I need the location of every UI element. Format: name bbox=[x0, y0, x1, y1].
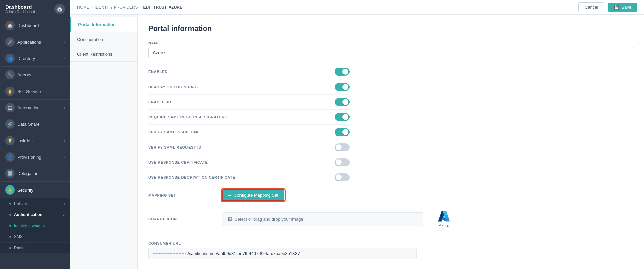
sidebar-label-automation: Automation bbox=[17, 105, 40, 110]
chevron-icon: ‹ bbox=[64, 139, 65, 143]
subnav-label-sms: SMS bbox=[14, 234, 23, 239]
dot-active-icon bbox=[9, 225, 11, 227]
chevron-down-icon: ⌄ bbox=[62, 213, 65, 217]
upload-label: Select or drag and drop your image bbox=[235, 217, 303, 222]
breadcrumb-sep-1: › bbox=[91, 5, 93, 10]
home-icon: 🏠 bbox=[5, 21, 15, 30]
toggle-label-saml-issue: VERIFY SAML ISSUE TIME bbox=[148, 130, 200, 134]
sidebar-item-datashare[interactable]: 🔗 Data Share bbox=[0, 116, 70, 132]
rocket-icon: 🚀 bbox=[5, 37, 15, 47]
breadcrumb-identity-providers[interactable]: IDENTITY PROVIDERS bbox=[95, 5, 138, 10]
security-subnav: Policies ‹ Authentication ⌄ Identity pro… bbox=[0, 198, 70, 254]
tab-client-restrictions[interactable]: Client Restrictions bbox=[70, 47, 137, 62]
save-icon: 💾 bbox=[614, 5, 619, 10]
security-icon: 🔒 bbox=[5, 185, 15, 195]
sidebar-item-directory[interactable]: 👥 Directory ‹ bbox=[0, 50, 70, 67]
sidebar-item-security[interactable]: 🔒 Security ⌄ bbox=[0, 182, 70, 198]
selfservice-icon: ✋ bbox=[5, 87, 15, 96]
tab-portal-information[interactable]: Portal Information bbox=[70, 17, 137, 32]
consumer-url-label: CONSUMER URL bbox=[148, 241, 633, 245]
breadcrumb-sep-2: › bbox=[140, 5, 141, 10]
toggle-label-saml-sig: REQUIRE SAML RESPONSE SIGNATURE bbox=[148, 115, 227, 119]
cancel-button[interactable]: Cancel bbox=[578, 2, 604, 12]
sidebar-item-insights[interactable]: 💡 Insights ‹ bbox=[0, 132, 70, 149]
chevron-down-icon: ⌄ bbox=[62, 188, 65, 192]
icon-preview-label: Azure bbox=[439, 223, 449, 228]
sidebar-brand: Dashboard Admin Dashboard 🏠 bbox=[0, 0, 70, 17]
sidebar-item-delegation[interactable]: ℹ️ Delegation ‹ bbox=[0, 165, 70, 182]
sidebar-label-datashare: Data Share bbox=[17, 122, 40, 127]
mapping-set-row: MAPPING SET ⇌ Configure Mapping Set bbox=[148, 185, 350, 205]
dot-icon bbox=[9, 236, 11, 238]
toggle-switch-saml-sig[interactable] bbox=[335, 113, 350, 121]
configure-icon: ⇌ bbox=[228, 193, 232, 198]
toggle-label-enabled: ENABLED bbox=[148, 70, 168, 74]
chevron-icon: ‹ bbox=[64, 40, 65, 44]
tab-label-configuration: Configuration bbox=[77, 37, 103, 42]
chevron-icon: ‹ bbox=[64, 106, 65, 110]
subnav-label-policies: Policies bbox=[14, 201, 28, 206]
provisioning-icon: 👤 bbox=[5, 152, 15, 162]
form-title: Portal information bbox=[148, 24, 633, 33]
subnav-authentication[interactable]: Authentication ⌄ bbox=[0, 209, 70, 220]
name-field-group: NAME bbox=[148, 41, 633, 58]
sidebar-label-provisioning: Provisioning bbox=[17, 155, 41, 160]
consumer-url-section: CONSUMER URL •••••••••••••••••••••• /sam… bbox=[148, 241, 633, 259]
topbar-actions: Cancel 💾 Save bbox=[578, 2, 637, 12]
subnav-policies[interactable]: Policies ‹ bbox=[0, 198, 70, 209]
agents-icon: 🔧 bbox=[5, 70, 15, 79]
form-panel: Portal information NAME ENABLED DISPLAY … bbox=[138, 15, 644, 269]
toggle-switch-enabled[interactable] bbox=[335, 68, 350, 76]
sidebar-item-dashboard[interactable]: 🏠 Dashboard bbox=[0, 17, 70, 34]
toggle-label-response-decrypt: USE RESPONSE DECRYPTION CERTIFICATE bbox=[148, 175, 235, 179]
toggle-slider bbox=[335, 128, 350, 136]
toggle-use-response-cert: USE RESPONSE CERTIFICATE bbox=[148, 155, 350, 170]
datashare-icon: 🔗 bbox=[5, 119, 15, 129]
directory-icon: 👥 bbox=[5, 54, 15, 63]
toggle-slider bbox=[335, 98, 350, 106]
change-icon-label: CHANGE ICON bbox=[148, 217, 215, 221]
configure-label: Configure Mapping Set bbox=[234, 193, 278, 198]
icon-preview: Azure bbox=[438, 210, 450, 228]
toggle-verify-saml-request: VERIFY SAML REQUEST ID bbox=[148, 140, 350, 155]
sidebar-label-agents: Agents bbox=[17, 72, 31, 77]
sidebar-item-agents[interactable]: 🔧 Agents bbox=[0, 67, 70, 83]
tab-configuration[interactable]: Configuration bbox=[70, 32, 137, 47]
breadcrumb-current: EDIT TRUST: AZURE bbox=[143, 5, 182, 10]
sidebar-item-automation[interactable]: 💻 Automation ‹ bbox=[0, 100, 70, 116]
subnav-identity-providers[interactable]: Identity providers bbox=[0, 220, 70, 231]
subnav-sms[interactable]: SMS bbox=[0, 231, 70, 243]
sidebar-label-selfservice: Self Service bbox=[17, 89, 41, 94]
save-button[interactable]: 💾 Save bbox=[608, 3, 637, 12]
toggle-slider bbox=[335, 113, 350, 121]
subnav-radius[interactable]: Radius bbox=[0, 243, 70, 254]
toggle-switch-response-cert[interactable] bbox=[335, 158, 350, 166]
main-content: HOME › IDENTITY PROVIDERS › EDIT TRUST: … bbox=[70, 0, 644, 269]
toggle-switch-display-login[interactable] bbox=[335, 83, 350, 91]
chevron-icon: ‹ bbox=[64, 90, 65, 93]
image-icon: 🖼 bbox=[228, 217, 232, 222]
configure-mapping-button[interactable]: ⇌ Configure Mapping Set bbox=[222, 189, 284, 201]
sidebar-label-dashboard: Dashboard bbox=[17, 23, 39, 28]
sidebar-label-delegation: Delegation bbox=[17, 171, 38, 176]
brand-icon: 🏠 bbox=[54, 4, 65, 14]
sidebar-item-selfservice[interactable]: ✋ Self Service ‹ bbox=[0, 83, 70, 100]
toggle-switch-saml-issue[interactable] bbox=[335, 128, 350, 136]
sidebar-item-provisioning[interactable]: 👤 Provisioning ‹ bbox=[0, 149, 70, 165]
breadcrumb-home[interactable]: HOME bbox=[77, 5, 89, 10]
toggle-switch-saml-request[interactable] bbox=[335, 143, 350, 151]
sidebar-label-security: Security bbox=[17, 187, 33, 193]
sidebar: Dashboard Admin Dashboard 🏠 🏠 Dashboard … bbox=[0, 0, 70, 269]
sidebar-item-applications[interactable]: 🚀 Applications ‹ bbox=[0, 34, 70, 50]
delegation-icon: ℹ️ bbox=[5, 169, 15, 178]
chevron-icon: ‹ bbox=[64, 202, 65, 206]
name-input[interactable] bbox=[148, 47, 633, 58]
save-label: Save bbox=[621, 5, 631, 10]
toggle-switch-jit[interactable] bbox=[335, 98, 350, 106]
automation-icon: 💻 bbox=[5, 103, 15, 112]
consumer-url-suffix: /saml/consume/aaf59d31-ec79-4407-824a-c7… bbox=[187, 251, 300, 256]
toggle-switch-response-decrypt[interactable] bbox=[335, 173, 350, 181]
icon-upload-area[interactable]: 🖼 Select or drag and drop your image bbox=[222, 212, 423, 226]
toggle-use-response-decrypt: USE RESPONSE DECRYPTION CERTIFICATE bbox=[148, 170, 350, 185]
tab-label-portal: Portal Information bbox=[78, 22, 116, 27]
